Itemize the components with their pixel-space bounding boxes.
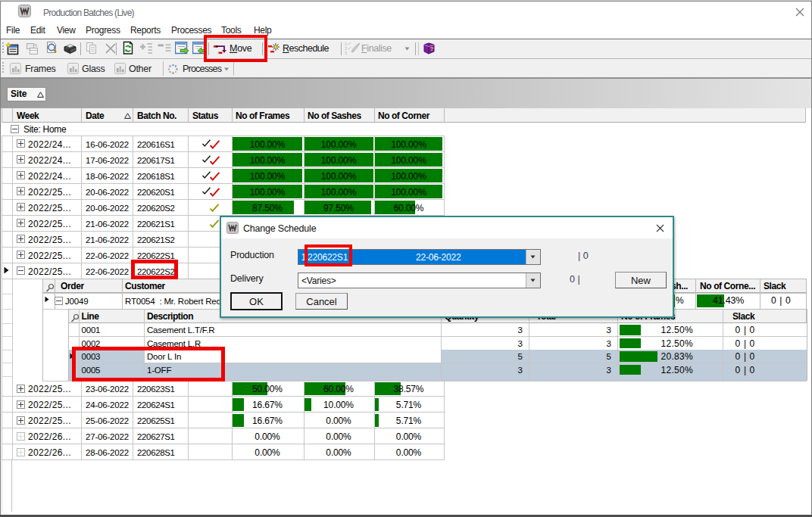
svg-text:3: 3 bbox=[345, 51, 347, 55]
svg-text:?: ? bbox=[430, 45, 434, 52]
